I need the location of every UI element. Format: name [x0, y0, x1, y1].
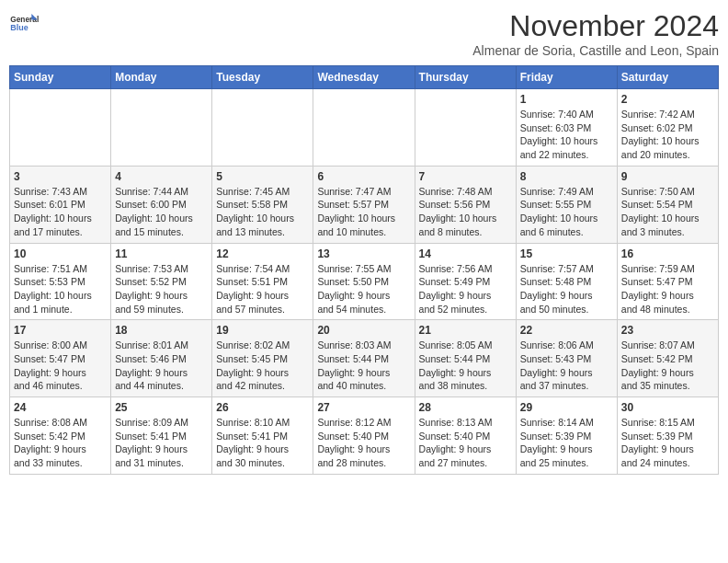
calendar-cell: 15Sunrise: 7:57 AM Sunset: 5:48 PM Dayli…	[516, 243, 617, 320]
calendar-header-monday: Monday	[111, 66, 212, 89]
calendar-cell	[415, 89, 516, 167]
day-number: 2	[621, 93, 714, 106]
day-detail: Sunrise: 8:09 AM Sunset: 5:41 PM Dayligh…	[115, 416, 208, 470]
calendar-week-1: 1Sunrise: 7:40 AM Sunset: 6:03 PM Daylig…	[10, 89, 719, 167]
day-detail: Sunrise: 7:54 AM Sunset: 5:51 PM Dayligh…	[216, 262, 309, 316]
calendar-cell	[111, 89, 212, 167]
calendar-week-2: 3Sunrise: 7:43 AM Sunset: 6:01 PM Daylig…	[10, 166, 719, 243]
calendar-cell	[10, 89, 111, 167]
day-detail: Sunrise: 7:50 AM Sunset: 5:54 PM Dayligh…	[621, 185, 714, 239]
day-number: 24	[14, 401, 107, 414]
day-detail: Sunrise: 8:12 AM Sunset: 5:40 PM Dayligh…	[317, 416, 410, 470]
day-number: 3	[14, 170, 107, 183]
calendar-cell: 22Sunrise: 8:06 AM Sunset: 5:43 PM Dayli…	[516, 320, 617, 397]
day-detail: Sunrise: 7:51 AM Sunset: 5:53 PM Dayligh…	[14, 262, 107, 316]
calendar-header-saturday: Saturday	[617, 66, 718, 89]
page-header: General Blue November 2024 Almenar de So…	[9, 9, 719, 58]
day-detail: Sunrise: 7:56 AM Sunset: 5:49 PM Dayligh…	[419, 262, 512, 316]
calendar-cell: 27Sunrise: 8:12 AM Sunset: 5:40 PM Dayli…	[313, 397, 415, 475]
calendar-cell: 8Sunrise: 7:49 AM Sunset: 5:55 PM Daylig…	[516, 166, 617, 243]
calendar-cell: 28Sunrise: 8:13 AM Sunset: 5:40 PM Dayli…	[415, 397, 516, 475]
day-number: 22	[520, 324, 613, 337]
calendar-cell: 10Sunrise: 7:51 AM Sunset: 5:53 PM Dayli…	[10, 243, 111, 320]
calendar-header-wednesday: Wednesday	[313, 66, 415, 89]
day-number: 14	[419, 247, 512, 260]
day-number: 19	[216, 324, 309, 337]
calendar-cell: 2Sunrise: 7:42 AM Sunset: 6:02 PM Daylig…	[617, 89, 718, 167]
calendar-header-tuesday: Tuesday	[212, 66, 313, 89]
calendar-week-5: 24Sunrise: 8:08 AM Sunset: 5:42 PM Dayli…	[10, 397, 719, 475]
day-detail: Sunrise: 7:45 AM Sunset: 5:58 PM Dayligh…	[216, 185, 309, 239]
calendar-cell: 1Sunrise: 7:40 AM Sunset: 6:03 PM Daylig…	[516, 89, 617, 167]
day-number: 30	[621, 401, 714, 414]
calendar-cell: 30Sunrise: 8:15 AM Sunset: 5:39 PM Dayli…	[617, 397, 718, 475]
day-number: 4	[115, 170, 208, 183]
day-detail: Sunrise: 8:15 AM Sunset: 5:39 PM Dayligh…	[621, 416, 714, 470]
calendar-cell: 6Sunrise: 7:47 AM Sunset: 5:57 PM Daylig…	[313, 166, 415, 243]
calendar-cell	[212, 89, 313, 167]
day-detail: Sunrise: 8:13 AM Sunset: 5:40 PM Dayligh…	[419, 416, 512, 470]
day-detail: Sunrise: 8:10 AM Sunset: 5:41 PM Dayligh…	[216, 416, 309, 470]
calendar-cell: 16Sunrise: 7:59 AM Sunset: 5:47 PM Dayli…	[617, 243, 718, 320]
day-number: 27	[317, 401, 410, 414]
calendar-cell: 9Sunrise: 7:50 AM Sunset: 5:54 PM Daylig…	[617, 166, 718, 243]
day-number: 28	[419, 401, 512, 414]
day-number: 13	[317, 247, 410, 260]
calendar-cell: 24Sunrise: 8:08 AM Sunset: 5:42 PM Dayli…	[10, 397, 111, 475]
day-detail: Sunrise: 8:01 AM Sunset: 5:46 PM Dayligh…	[115, 339, 208, 393]
day-detail: Sunrise: 7:47 AM Sunset: 5:57 PM Dayligh…	[317, 185, 410, 239]
page-subtitle: Almenar de Soria, Castille and Leon, Spa…	[472, 43, 719, 58]
day-detail: Sunrise: 8:14 AM Sunset: 5:39 PM Dayligh…	[520, 416, 613, 470]
page-title: November 2024	[472, 9, 719, 43]
day-number: 9	[621, 170, 714, 183]
day-number: 23	[621, 324, 714, 337]
calendar-cell: 26Sunrise: 8:10 AM Sunset: 5:41 PM Dayli…	[212, 397, 313, 475]
day-detail: Sunrise: 7:42 AM Sunset: 6:02 PM Dayligh…	[621, 108, 714, 162]
calendar-header-friday: Friday	[516, 66, 617, 89]
day-number: 7	[419, 170, 512, 183]
logo-icon: General Blue	[9, 9, 39, 39]
title-section: November 2024 Almenar de Soria, Castille…	[472, 9, 719, 58]
day-number: 1	[520, 93, 613, 106]
day-detail: Sunrise: 8:07 AM Sunset: 5:42 PM Dayligh…	[621, 339, 714, 393]
calendar-cell: 23Sunrise: 8:07 AM Sunset: 5:42 PM Dayli…	[617, 320, 718, 397]
day-number: 25	[115, 401, 208, 414]
calendar-header-row: SundayMondayTuesdayWednesdayThursdayFrid…	[10, 66, 719, 89]
calendar-week-3: 10Sunrise: 7:51 AM Sunset: 5:53 PM Dayli…	[10, 243, 719, 320]
calendar-cell: 14Sunrise: 7:56 AM Sunset: 5:49 PM Dayli…	[415, 243, 516, 320]
calendar-cell: 7Sunrise: 7:48 AM Sunset: 5:56 PM Daylig…	[415, 166, 516, 243]
day-detail: Sunrise: 7:55 AM Sunset: 5:50 PM Dayligh…	[317, 262, 410, 316]
day-detail: Sunrise: 8:02 AM Sunset: 5:45 PM Dayligh…	[216, 339, 309, 393]
day-detail: Sunrise: 8:00 AM Sunset: 5:47 PM Dayligh…	[14, 339, 107, 393]
day-number: 20	[317, 324, 410, 337]
day-detail: Sunrise: 7:59 AM Sunset: 5:47 PM Dayligh…	[621, 262, 714, 316]
day-detail: Sunrise: 8:03 AM Sunset: 5:44 PM Dayligh…	[317, 339, 410, 393]
day-number: 17	[14, 324, 107, 337]
day-detail: Sunrise: 8:08 AM Sunset: 5:42 PM Dayligh…	[14, 416, 107, 470]
calendar-cell: 29Sunrise: 8:14 AM Sunset: 5:39 PM Dayli…	[516, 397, 617, 475]
calendar-cell: 21Sunrise: 8:05 AM Sunset: 5:44 PM Dayli…	[415, 320, 516, 397]
day-number: 5	[216, 170, 309, 183]
calendar-cell: 19Sunrise: 8:02 AM Sunset: 5:45 PM Dayli…	[212, 320, 313, 397]
calendar-cell: 20Sunrise: 8:03 AM Sunset: 5:44 PM Dayli…	[313, 320, 415, 397]
calendar-cell: 18Sunrise: 8:01 AM Sunset: 5:46 PM Dayli…	[111, 320, 212, 397]
day-number: 12	[216, 247, 309, 260]
calendar-cell: 17Sunrise: 8:00 AM Sunset: 5:47 PM Dayli…	[10, 320, 111, 397]
calendar-table: SundayMondayTuesdayWednesdayThursdayFrid…	[9, 65, 719, 475]
calendar-week-4: 17Sunrise: 8:00 AM Sunset: 5:47 PM Dayli…	[10, 320, 719, 397]
day-detail: Sunrise: 8:06 AM Sunset: 5:43 PM Dayligh…	[520, 339, 613, 393]
day-number: 21	[419, 324, 512, 337]
calendar-cell: 4Sunrise: 7:44 AM Sunset: 6:00 PM Daylig…	[111, 166, 212, 243]
day-number: 18	[115, 324, 208, 337]
calendar-header-sunday: Sunday	[10, 66, 111, 89]
calendar-header-thursday: Thursday	[415, 66, 516, 89]
day-number: 29	[520, 401, 613, 414]
day-number: 11	[115, 247, 208, 260]
day-detail: Sunrise: 7:44 AM Sunset: 6:00 PM Dayligh…	[115, 185, 208, 239]
day-detail: Sunrise: 7:43 AM Sunset: 6:01 PM Dayligh…	[14, 185, 107, 239]
day-number: 10	[14, 247, 107, 260]
day-detail: Sunrise: 7:57 AM Sunset: 5:48 PM Dayligh…	[520, 262, 613, 316]
day-detail: Sunrise: 8:05 AM Sunset: 5:44 PM Dayligh…	[419, 339, 512, 393]
logo: General Blue	[9, 9, 39, 39]
calendar-cell: 3Sunrise: 7:43 AM Sunset: 6:01 PM Daylig…	[10, 166, 111, 243]
